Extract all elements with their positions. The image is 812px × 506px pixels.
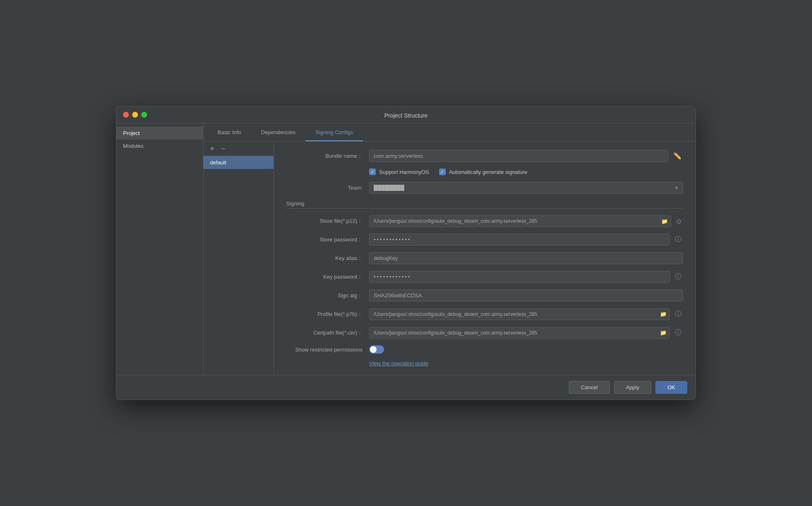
bundle-name-label: Bundle name： (286, 152, 369, 160)
team-row: Team: ████████ ▼ (286, 182, 683, 194)
sidebar-item-modules[interactable]: Modules (116, 140, 203, 152)
bundle-name-row: Bundle name： ✏️ (286, 150, 683, 162)
auto-signature-label: Automatically generate signature (449, 169, 527, 175)
apply-button[interactable]: Apply (614, 381, 652, 394)
store-password-help-icon[interactable]: ⓘ (673, 234, 683, 246)
profile-file-label: Profile file(*.p7b)： (286, 311, 369, 318)
config-list-item-default[interactable]: default (203, 156, 273, 169)
profile-folder-icon[interactable]: 📁 (660, 311, 667, 317)
project-structure-dialog: Project Structure Project Modules Basic … (116, 106, 696, 400)
ok-button[interactable]: OK (655, 381, 687, 394)
form-panel: Bundle name： ✏️ ✓ Support HarmonyOS (274, 142, 696, 375)
key-password-row: Key password： ⓘ (286, 271, 683, 283)
store-file-input[interactable]: /Users/jianguo/.ohos/config/auto_debug_d… (369, 215, 671, 227)
store-file-input-wrap: /Users/jianguo/.ohos/config/auto_debug_d… (369, 215, 683, 227)
key-password-help-icon[interactable]: ⓘ (673, 271, 683, 283)
sign-alg-input[interactable] (369, 289, 683, 301)
profile-file-input-wrap: /Users/jianguo/.ohos/config/auto_debug_d… (369, 308, 683, 320)
close-button[interactable] (123, 112, 129, 118)
sign-alg-row: Sign alg： (286, 289, 683, 301)
dialog-body: Project Modules Basic Info Dependencies … (116, 123, 696, 375)
certpath-file-row: Certpath file(*.cer)： /Users/jianguo/.oh… (286, 327, 683, 339)
support-harmony-label: Support HarmonyOS (379, 169, 429, 175)
certpath-folder-icon[interactable]: 📁 (660, 330, 667, 336)
key-alias-input[interactable] (369, 252, 683, 264)
store-password-label: Store password： (286, 236, 369, 243)
store-file-row: Store file(*.p12)： /Users/jianguo/.ohos/… (286, 215, 683, 227)
remove-config-button[interactable]: − (220, 144, 227, 153)
tab-signing-configs[interactable]: Signing Configs (305, 123, 363, 141)
minimize-button[interactable] (132, 112, 138, 118)
support-harmony-checkbox[interactable]: ✓ (369, 169, 376, 175)
left-panel-toolbar: + − (203, 142, 273, 156)
profile-file-field-wrap: /Users/jianguo/.ohos/config/auto_debug_d… (369, 308, 670, 320)
certpath-file-input-wrap: /Users/jianguo/.ohos/config/auto_debug_d… (369, 327, 683, 339)
edit-icon[interactable]: ✏️ (672, 150, 683, 161)
store-password-row: Store password： ⓘ (286, 234, 683, 246)
sidebar: Project Modules (116, 123, 203, 375)
toggle-track[interactable] (369, 345, 384, 354)
show-restricted-row: Show restricted permissions (286, 345, 683, 354)
team-label: Team: (286, 185, 369, 191)
fingerprint-icon[interactable]: ⊙ (674, 216, 683, 227)
support-harmony-checkbox-item[interactable]: ✓ Support HarmonyOS (369, 169, 429, 175)
toggle-knob (370, 346, 377, 353)
folder-icon[interactable]: 📁 (661, 218, 668, 224)
view-guide-link[interactable]: View the operation guide (369, 360, 683, 366)
key-password-label: Key password： (286, 273, 369, 281)
store-password-input[interactable] (369, 234, 670, 246)
sign-alg-input-wrap (369, 289, 683, 301)
window-controls (123, 112, 147, 118)
sign-alg-label: Sign alg： (286, 292, 369, 299)
bundle-name-input-wrap: ✏️ (369, 150, 683, 162)
certpath-file-label: Certpath file(*.cer)： (286, 329, 369, 337)
bundle-name-input[interactable] (369, 150, 668, 162)
bottom-bar: Cancel Apply OK (116, 375, 696, 400)
certpath-file-input[interactable]: /Users/jianguo/.ohos/config/auto_debug_d… (369, 327, 670, 339)
team-input-wrap: ████████ ▼ (369, 182, 683, 194)
tab-dependencies[interactable]: Dependencies (251, 123, 305, 141)
tab-basic-info[interactable]: Basic Info (208, 123, 251, 141)
dialog-title: Project Structure (384, 112, 428, 119)
profile-help-icon[interactable]: ⓘ (673, 308, 683, 320)
store-password-input-wrap: ⓘ (369, 234, 683, 246)
tabs-bar: Basic Info Dependencies Signing Configs (203, 123, 696, 142)
main-content: Basic Info Dependencies Signing Configs … (203, 123, 696, 375)
maximize-button[interactable] (141, 112, 147, 118)
sidebar-item-project[interactable]: Project (116, 127, 203, 140)
key-password-input-wrap: ⓘ (369, 271, 683, 283)
certpath-file-field-wrap: /Users/jianguo/.ohos/config/auto_debug_d… (369, 327, 670, 339)
team-select-wrap: ████████ ▼ (369, 182, 683, 194)
title-bar: Project Structure (116, 106, 696, 123)
team-select[interactable]: ████████ (369, 182, 683, 194)
left-panel: + − default (203, 142, 274, 375)
cancel-button[interactable]: Cancel (569, 381, 609, 394)
key-alias-input-wrap (369, 252, 683, 264)
profile-file-input[interactable]: /Users/jianguo/.ohos/config/auto_debug_d… (369, 308, 670, 320)
key-password-input[interactable] (369, 271, 670, 283)
show-restricted-toggle-wrap (369, 345, 683, 354)
key-alias-row: Key alias： (286, 252, 683, 264)
show-restricted-label: Show restricted permissions (286, 347, 369, 353)
content-area: + − default Bundle name： ✏️ (203, 142, 696, 375)
profile-file-row: Profile file(*.p7b)： /Users/jianguo/.oho… (286, 308, 683, 320)
certpath-help-icon[interactable]: ⓘ (673, 327, 683, 339)
store-file-field-wrap: /Users/jianguo/.ohos/config/auto_debug_d… (369, 215, 671, 227)
show-restricted-toggle[interactable] (369, 345, 384, 354)
checkboxes-row: ✓ Support HarmonyOS ✓ Automatically gene… (369, 169, 683, 175)
store-file-label: Store file(*.p12)： (286, 217, 369, 225)
signing-section-header: Signing (286, 200, 683, 209)
add-config-button[interactable]: + (208, 144, 216, 153)
auto-signature-checkbox[interactable]: ✓ (439, 169, 446, 175)
auto-signature-checkbox-item[interactable]: ✓ Automatically generate signature (439, 169, 527, 175)
key-alias-label: Key alias： (286, 255, 369, 262)
signing-section-spacer: Signing (286, 200, 683, 209)
